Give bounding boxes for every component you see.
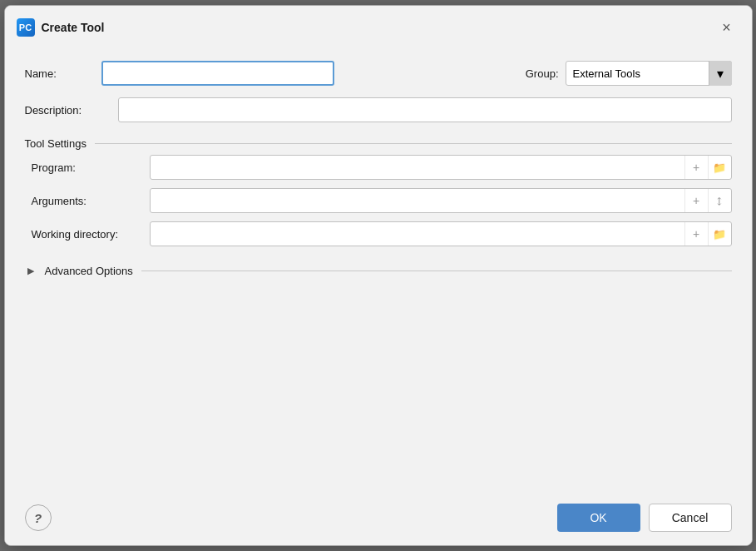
- close-button[interactable]: ×: [715, 16, 739, 39]
- expand-icon: ⤡: [712, 193, 727, 208]
- program-label: Program:: [32, 161, 140, 174]
- ok-button[interactable]: OK: [557, 504, 640, 532]
- name-left: Name:: [25, 61, 506, 86]
- arguments-expand-button[interactable]: ⤡: [708, 189, 731, 212]
- advanced-options-label: Advanced Options: [45, 265, 133, 277]
- arguments-row: Arguments: + ⤡: [32, 188, 732, 213]
- create-tool-dialog: PC Create Tool × Name: Group: External T…: [4, 5, 753, 546]
- group-select[interactable]: External Tools: [566, 61, 732, 86]
- group-right: Group: External Tools ▾: [526, 61, 732, 86]
- arguments-label: Arguments:: [32, 195, 140, 207]
- cancel-button[interactable]: Cancel: [649, 504, 732, 532]
- tool-settings-fields: Program: + 📁 Arguments:: [25, 155, 732, 246]
- program-row: Program: + 📁: [32, 155, 732, 180]
- name-label: Name:: [25, 67, 91, 80]
- dialog-footer: ? OK Cancel: [5, 494, 752, 545]
- program-input[interactable]: [151, 161, 684, 174]
- plus-icon-wd: +: [693, 227, 699, 241]
- name-input[interactable]: [101, 61, 334, 86]
- arguments-input[interactable]: [151, 195, 684, 207]
- folder-icon: 📁: [713, 161, 726, 174]
- program-browse-button[interactable]: 📁: [708, 156, 731, 179]
- description-row: Description:: [25, 97, 732, 122]
- arguments-add-button[interactable]: +: [684, 189, 708, 212]
- collapse-arrow-icon: ▶: [27, 266, 34, 276]
- plus-icon: +: [693, 161, 699, 174]
- working-directory-row: Working directory: + 📁: [32, 221, 732, 246]
- tool-settings-header: Tool Settings: [25, 137, 732, 150]
- working-directory-browse-button[interactable]: 📁: [708, 222, 731, 246]
- tool-settings-divider: [95, 143, 732, 144]
- dialog-content: Name: Group: External Tools ▾ Descriptio…: [5, 47, 752, 494]
- app-icon-text: PC: [19, 22, 32, 32]
- group-label: Group:: [526, 67, 559, 80]
- working-directory-add-button[interactable]: +: [684, 222, 708, 246]
- tool-settings-section: Tool Settings Program: + 📁: [25, 134, 732, 246]
- title-bar: PC Create Tool ×: [5, 6, 752, 47]
- name-group-row: Name: Group: External Tools ▾: [25, 61, 732, 86]
- working-directory-label: Working directory:: [32, 228, 140, 241]
- title-left: PC Create Tool: [17, 18, 105, 37]
- advanced-divider: [141, 271, 732, 271]
- app-icon: PC: [17, 18, 35, 37]
- tool-settings-title: Tool Settings: [25, 137, 86, 150]
- program-add-button[interactable]: +: [684, 156, 708, 179]
- program-input-group: + 📁: [150, 155, 732, 180]
- advanced-options-section: ▶ Advanced Options: [25, 265, 732, 277]
- description-label: Description:: [25, 104, 108, 117]
- working-directory-input-group: + 📁: [150, 221, 732, 246]
- advanced-collapse-button[interactable]: ▶: [25, 266, 37, 277]
- footer-buttons: OK Cancel: [557, 504, 732, 532]
- plus-icon-args: +: [693, 194, 699, 207]
- working-directory-input[interactable]: [151, 228, 684, 241]
- group-select-wrapper: External Tools ▾: [566, 61, 732, 86]
- arguments-input-group: + ⤡: [150, 188, 732, 213]
- help-button[interactable]: ?: [25, 504, 52, 531]
- dialog-title: Create Tool: [42, 21, 105, 34]
- description-input[interactable]: [118, 97, 732, 122]
- folder-icon-wd: 📁: [713, 228, 726, 241]
